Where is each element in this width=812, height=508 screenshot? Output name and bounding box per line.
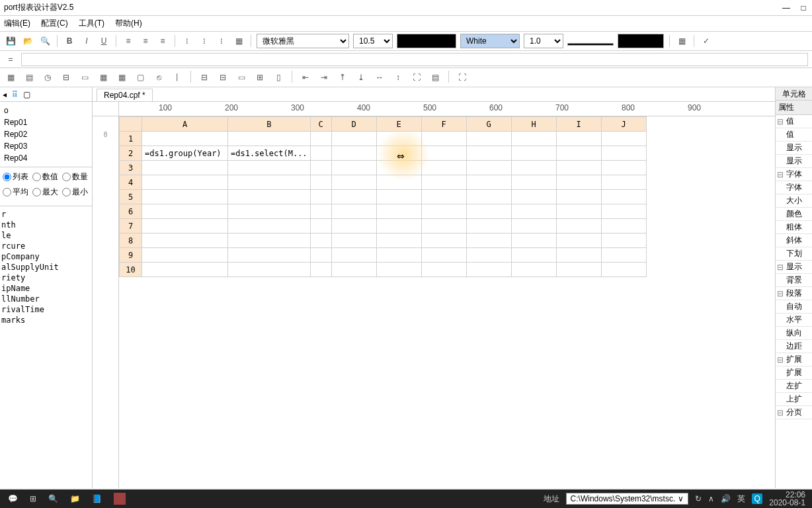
field-item[interactable]: marks — [1, 315, 91, 325]
cell[interactable] — [511, 248, 556, 263]
row-icon[interactable]: ▭ — [235, 71, 248, 84]
cell[interactable] — [331, 146, 376, 161]
align-right-icon[interactable]: ≡ — [156, 34, 169, 48]
cell[interactable] — [310, 190, 331, 204]
property-row[interactable]: 背景 — [776, 274, 812, 287]
valign-top-icon[interactable]: ⫶ — [181, 34, 194, 48]
tree-icon[interactable]: ⼁ — [171, 71, 184, 84]
row-header[interactable]: 8 — [120, 233, 142, 248]
spreadsheet[interactable]: ABCDEFGHIJ 12=ds1.group(Year)=ds1.select… — [119, 116, 647, 277]
cell[interactable] — [421, 219, 466, 233]
cell[interactable] — [376, 175, 421, 190]
menu-help[interactable]: 帮助(H) — [115, 18, 142, 29]
cell[interactable] — [376, 233, 421, 248]
field-item[interactable]: rcure — [1, 241, 91, 251]
cell[interactable] — [310, 175, 331, 190]
cell[interactable] — [331, 175, 376, 190]
underline-icon[interactable]: U — [97, 34, 110, 48]
cell[interactable] — [601, 161, 646, 175]
row-header[interactable]: 6 — [120, 204, 142, 219]
cell[interactable] — [511, 132, 556, 146]
cell[interactable] — [466, 263, 511, 277]
cell[interactable] — [466, 161, 511, 175]
tray-up-icon[interactable]: ∧ — [708, 494, 714, 503]
cell[interactable] — [421, 248, 466, 263]
cell[interactable] — [310, 219, 331, 233]
cell[interactable] — [310, 161, 331, 175]
left-tab-doc-icon[interactable]: ▢ — [23, 90, 30, 99]
cell[interactable] — [228, 263, 311, 277]
radio-value[interactable]: 数值 — [32, 171, 58, 183]
cell[interactable] — [466, 248, 511, 263]
cell[interactable] — [310, 233, 331, 248]
cell[interactable] — [376, 219, 421, 233]
radio-avg[interactable]: 平均 — [3, 187, 28, 198]
row-header[interactable]: 3 — [120, 161, 142, 175]
cell[interactable] — [466, 175, 511, 190]
property-row[interactable]: ⊟值 — [776, 115, 812, 128]
background-color-select[interactable]: White — [460, 34, 520, 48]
property-row[interactable]: 纵向 — [776, 327, 812, 340]
cell[interactable] — [376, 161, 421, 175]
minimize-button[interactable]: — — [782, 3, 791, 13]
cell[interactable] — [142, 263, 228, 277]
align-center-icon[interactable]: ≡ — [139, 34, 152, 48]
clock[interactable]: 22:06 2020-08-1 — [769, 491, 805, 507]
text-icon[interactable]: ▢ — [134, 71, 147, 84]
radio-count[interactable]: 数量 — [62, 171, 88, 183]
radio-max[interactable]: 最大 — [32, 187, 58, 198]
cell[interactable] — [511, 161, 556, 175]
cell[interactable] — [142, 190, 228, 204]
menu-config[interactable]: 配置(C) — [41, 18, 68, 29]
cell[interactable] — [511, 219, 556, 233]
column-header[interactable]: B — [228, 117, 311, 132]
field-item[interactable]: r — [1, 209, 91, 220]
line-color[interactable] — [618, 34, 664, 48]
line-weight-select[interactable]: 1.0 — [524, 34, 563, 48]
cell[interactable] — [310, 132, 331, 146]
merge-icon[interactable]: ▦ — [232, 34, 245, 48]
property-row[interactable]: 下划 — [776, 247, 812, 261]
cell[interactable] — [421, 233, 466, 248]
cell[interactable]: =ds1.group(Year) — [142, 146, 228, 161]
report-item[interactable]: Rep02 — [4, 128, 88, 140]
cell[interactable] — [142, 233, 228, 248]
report-item[interactable]: Rep03 — [4, 140, 88, 152]
cell[interactable] — [511, 175, 556, 190]
select-all-corner[interactable] — [120, 117, 142, 132]
cell[interactable] — [601, 190, 646, 204]
group1-icon[interactable]: ⊟ — [198, 71, 211, 84]
cell[interactable] — [376, 190, 421, 204]
property-row[interactable]: 大小 — [776, 194, 812, 208]
expander-icon[interactable]: ⊟ — [776, 408, 785, 417]
datagrid-icon[interactable]: ▦ — [97, 71, 110, 84]
arrow-up-icon[interactable]: ⤒ — [336, 71, 349, 84]
expander-icon[interactable]: ⊟ — [776, 289, 785, 298]
search-icon[interactable]: 🔍 — [48, 494, 58, 503]
column-header[interactable]: G — [466, 117, 511, 132]
field-item[interactable]: ipName — [1, 283, 91, 294]
tray-volume-icon[interactable]: 🔊 — [721, 494, 731, 503]
cell[interactable] — [310, 146, 331, 161]
cell[interactable] — [376, 263, 421, 277]
cell[interactable] — [601, 146, 646, 161]
cell[interactable] — [511, 233, 556, 248]
cell[interactable] — [556, 204, 601, 219]
property-row[interactable]: ⊟段落 — [776, 287, 812, 300]
column-header[interactable]: I — [556, 117, 601, 132]
cell[interactable] — [228, 204, 311, 219]
formula-input[interactable] — [21, 53, 808, 66]
cell[interactable] — [466, 233, 511, 248]
borders-icon[interactable]: ▦ — [675, 34, 688, 48]
cell[interactable] — [466, 132, 511, 146]
cell[interactable] — [228, 175, 311, 190]
report-item[interactable]: o — [4, 105, 88, 116]
cell[interactable] — [310, 263, 331, 277]
cell[interactable] — [556, 132, 601, 146]
column-header[interactable]: A — [142, 117, 228, 132]
cell[interactable] — [556, 161, 601, 175]
row-header[interactable]: 2 — [120, 146, 142, 161]
cell[interactable] — [601, 175, 646, 190]
clear-icon[interactable]: ✓ — [700, 34, 713, 48]
expander-icon[interactable]: ⊟ — [776, 355, 785, 364]
